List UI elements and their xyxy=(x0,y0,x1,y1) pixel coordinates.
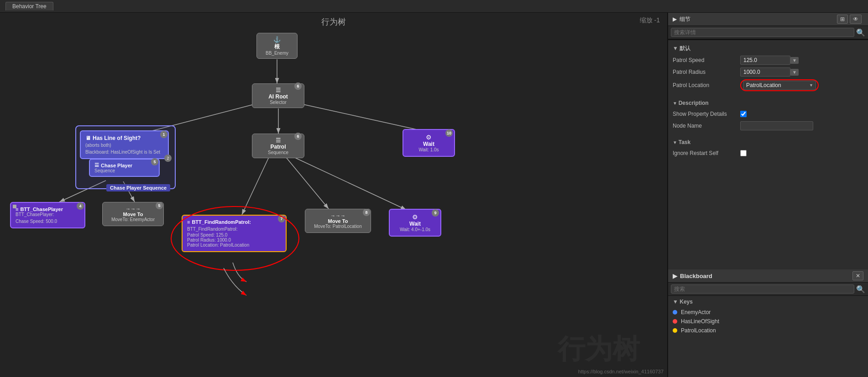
btt-patrol-badge: 7 xyxy=(278,215,285,222)
grid-view-button[interactable]: ⊞ xyxy=(837,15,848,24)
enemy-actor-dot xyxy=(673,310,677,315)
has-los-label: HasLineOfSight xyxy=(681,318,719,325)
canvas-area[interactable]: 行为树 缩放 -1 行为树 https://blog.csdn.net/weix… xyxy=(0,13,667,377)
wait-top-sub: Wait: 1.0s xyxy=(409,147,449,152)
svg-line-6 xyxy=(59,181,106,202)
moveto-left-node[interactable]: 5 →→→ Move To MoveTo: EnemyActor xyxy=(102,202,164,226)
btt-chase-detail: Chase Speed: 500.0 xyxy=(16,219,80,224)
patrol-sub: Sequence xyxy=(259,150,298,155)
canvas-zoom: 缩放 -1 xyxy=(640,16,660,25)
patrol-title: Patrol xyxy=(259,144,298,150)
enemy-actor-label: EnemyActor xyxy=(681,309,711,315)
wait-top-node[interactable]: 10 ⚙ Wait Wait: 1.0s xyxy=(403,129,455,157)
wait-bottom-badge: 9 xyxy=(432,209,439,217)
patrol-radius-input[interactable] xyxy=(740,67,790,77)
ai-root-icon: ☰ xyxy=(259,87,298,93)
behavior-tree-tab[interactable]: Behavior Tree xyxy=(5,2,53,10)
bb-search-bar: 🔍 xyxy=(668,283,868,296)
ignore-restart-value xyxy=(740,150,863,156)
root-title: 根 xyxy=(262,43,292,51)
patrol-icon: ☰ xyxy=(259,137,298,144)
eye-button[interactable]: 👁 xyxy=(850,15,862,24)
detail-icons: ⊞ 👁 xyxy=(835,15,863,24)
bb-title: Blackboard xyxy=(680,273,712,279)
ai-root-sub: Selector xyxy=(259,100,298,105)
patrol-speed-value: ▼ xyxy=(740,56,863,65)
bb-search-icon: 🔍 xyxy=(856,285,865,294)
task-section-title: Task xyxy=(668,137,868,147)
btt-chase-badge: 4 xyxy=(77,202,84,210)
node-name-input[interactable] xyxy=(740,121,813,130)
moveto-left-badge: 5 xyxy=(156,202,163,209)
patrol-radius-value: ▼ xyxy=(740,67,863,77)
los-node[interactable]: 1 🖥 Has Line of Sight? (aborts both) Bla… xyxy=(80,130,169,159)
patrol-location-bb-label: PatrolLocation xyxy=(681,327,716,334)
patrol-radius-row: Patrol Radius ▼ xyxy=(668,66,868,78)
patrol-location-oval: PatrolLocation xyxy=(740,79,819,91)
patrol-location-dropdown[interactable]: PatrolLocation xyxy=(743,81,816,90)
bb-keys-section: ▼ Keys EnemyActor HasLineOfSight PatrolL… xyxy=(668,296,868,338)
chase-player-node[interactable]: 5 ☰ Chase Player Sequence xyxy=(89,159,160,177)
btt-chase-node[interactable]: 4 ≡ BTT_ChasePlayer BTT_ChasePlayer: Cha… xyxy=(10,202,85,228)
top-bar: Behavior Tree xyxy=(0,0,868,13)
root-sub: BB_Enemy xyxy=(262,51,292,56)
patrol-speed-arrow[interactable]: ▼ xyxy=(790,57,799,64)
node-name-value xyxy=(740,121,863,130)
patrol-radius-label: Patrol Radius xyxy=(673,69,737,75)
btt-patrol-sub: BTT_FindRandomPatrol: xyxy=(187,227,281,232)
btt-patrol-title-row: ≡ BTT_FindRandomPatrol: xyxy=(187,219,281,225)
detail-header: ▶ 细节 ⊞ 👁 xyxy=(668,13,868,26)
wait-bottom-node[interactable]: 9 ⚙ Wait Wait: 4.0+-1.0s xyxy=(389,209,441,237)
los-header: 🖥 Has Line of Sight? xyxy=(85,135,163,141)
ai-root-badge: 6 xyxy=(294,83,302,90)
bb-key-enemy-actor: EnemyActor xyxy=(673,308,863,317)
chase-badge: 5 xyxy=(151,158,158,165)
default-collapse-icon: ▼ xyxy=(673,45,680,52)
detail-section: ▶ 细节 ⊞ 👁 🔍 xyxy=(668,13,868,40)
patrol-radius-arrow[interactable]: ▼ xyxy=(790,69,799,76)
default-section-title: ▼ 默认 xyxy=(668,43,868,54)
ai-root-node[interactable]: 6 ☰ AI Root Selector xyxy=(252,83,304,108)
show-property-details-checkbox[interactable] xyxy=(740,111,747,117)
show-property-details-value xyxy=(740,111,863,117)
moveto-left-icon: →→→ xyxy=(107,206,159,212)
bb-keys-collapse-icon: ▼ xyxy=(673,299,680,305)
detail-title: 细节 xyxy=(680,15,690,23)
bb-collapse-icon: ▶ xyxy=(673,273,677,279)
patrol-speed-input[interactable] xyxy=(740,56,790,65)
btt-patrol-node[interactable]: 7 ≡ BTT_FindRandomPatrol: BTT_FindRandom… xyxy=(182,215,287,252)
ignore-restart-label: Ignore Restart Self xyxy=(673,150,737,156)
bb-search-input[interactable] xyxy=(671,284,854,294)
canvas-watermark: 行为树 xyxy=(558,331,640,368)
panel-spacer xyxy=(668,162,868,269)
btt-patrol-d3: Patrol Location: PatrolLocation xyxy=(187,243,281,248)
moveto-right-icon: →→→ xyxy=(310,213,366,218)
svg-line-9 xyxy=(285,156,329,209)
root-icon: ⚓ xyxy=(262,36,292,43)
svg-line-2 xyxy=(141,104,256,134)
btt-patrol-icon: ≡ xyxy=(187,219,190,225)
bb-key-has-los: HasLineOfSight xyxy=(673,317,863,326)
chase-sequence-label: Chase Player Sequence xyxy=(106,184,170,191)
right-panel: ▶ 细节 ⊞ 👁 🔍 ▼ 默认 Patrol Speed xyxy=(667,13,868,377)
chase-icon: ☰ xyxy=(94,162,99,168)
show-property-details-row: Show Property Details xyxy=(668,108,868,120)
bb-close-button[interactable]: ✕ xyxy=(852,271,863,280)
wait-top-title: Wait xyxy=(409,141,449,147)
ai-root-title: AI Root xyxy=(259,93,298,100)
connections-svg xyxy=(0,13,667,377)
root-node[interactable]: ⚓ 根 BB_Enemy xyxy=(256,33,298,59)
moveto-right-node[interactable]: 8 →→→ Move To MoveTo: PatrolLocation xyxy=(305,209,371,233)
patrol-node[interactable]: 6 ☰ Patrol Sequence xyxy=(252,134,304,158)
detail-search-input[interactable] xyxy=(671,28,854,37)
red-annotation-arrow xyxy=(0,13,667,377)
wait-bottom-title: Wait xyxy=(395,221,435,227)
wait-top-icon: ⚙ xyxy=(409,134,449,141)
ignore-restart-checkbox[interactable] xyxy=(740,150,747,156)
bb-header: ▶ Blackboard ✕ xyxy=(668,269,868,283)
btt-patrol-d2: Patrol Radius: 1000.0 xyxy=(187,238,281,243)
has-los-dot xyxy=(673,319,677,324)
bb-keys-title: ▼ Keys xyxy=(673,299,863,305)
chase-icon-row: ☰ Chase Player xyxy=(94,162,154,168)
detail-search-bar: 🔍 xyxy=(668,26,868,39)
